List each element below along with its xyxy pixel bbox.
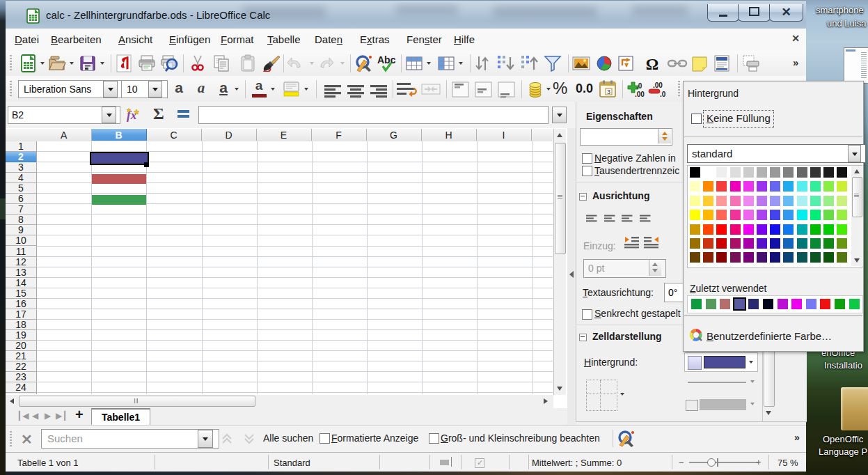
svg-text:.00: .00 bbox=[653, 81, 663, 89]
svg-text:3: 3 bbox=[607, 88, 610, 95]
svg-text:.0: .0 bbox=[636, 82, 642, 90]
svg-text:Abc: Abc bbox=[377, 54, 396, 65]
svg-text:.0: .0 bbox=[660, 91, 666, 98]
svg-text:.00: .00 bbox=[635, 91, 645, 98]
